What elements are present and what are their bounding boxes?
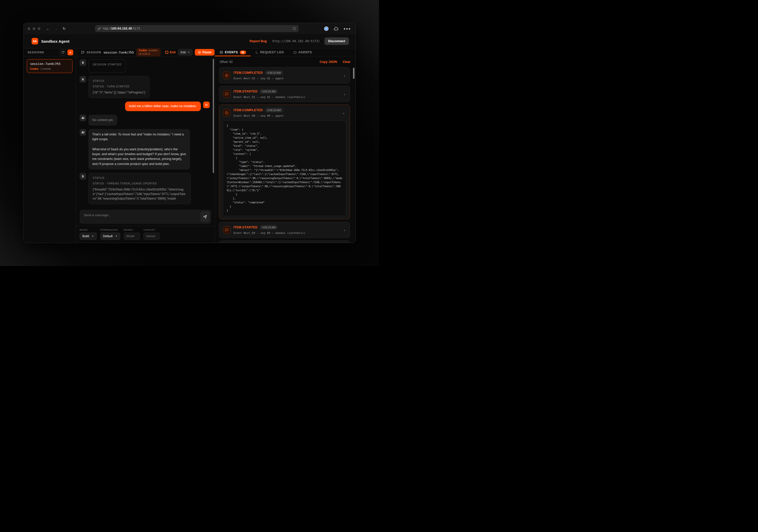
variant-label: VARIANT bbox=[144, 228, 160, 231]
user-avatar: U bbox=[203, 102, 210, 108]
password-manager-icon[interactable] bbox=[324, 26, 328, 31]
chat-scrollbar[interactable] bbox=[213, 59, 214, 173]
new-session-button[interactable]: + bbox=[67, 50, 73, 55]
ai-paragraph: That’s a tall order. To move fast and “m… bbox=[92, 132, 186, 142]
events-tab-bar: EVENTS 92 REQUEST LOG AGENTS bbox=[215, 49, 356, 56]
minimize-window-button[interactable] bbox=[33, 27, 35, 30]
message-user: build me a billion dollar saas. make no … bbox=[80, 102, 210, 111]
clear-events-button[interactable]: Clear bbox=[343, 60, 351, 64]
cloud-icon[interactable] bbox=[333, 27, 338, 31]
event-card[interactable]: ITEM.COMPLETED4:56:33 AM Event #evt_88 —… bbox=[219, 241, 350, 243]
mode-label: MODE bbox=[80, 228, 97, 231]
browser-window: ← → ↻ http://100.94.102.49:5173 ●●● bbox=[23, 23, 356, 243]
server-url: http://100.94.102.49:5173/ bbox=[272, 39, 320, 43]
status-payload: {"id":"0","items":[],"status":"inProgres… bbox=[93, 90, 145, 95]
event-card[interactable]: ITEM.STARTED4:56:33 AM Event #evt_91 — s… bbox=[219, 86, 350, 102]
main-layout: SESSIONS + session-7un4c7h5 Codex1 event… bbox=[23, 49, 356, 243]
checkbox-icon[interactable] bbox=[165, 51, 168, 54]
url-text: http://100.94.102.49:5173 bbox=[103, 27, 140, 30]
events-count-badge: 92 bbox=[240, 50, 246, 54]
permission-select[interactable]: Default▼ bbox=[100, 233, 120, 240]
chat-bubble-icon bbox=[223, 90, 230, 98]
app-header: SA Sandbox Agent Report Bug http://100.9… bbox=[23, 34, 356, 49]
check-circle-icon bbox=[223, 109, 230, 116]
sessions-sidebar: SESSIONS + session-7un4c7h5 Codex1 event… bbox=[23, 49, 76, 243]
end-session-checkbox[interactable]: End bbox=[165, 50, 176, 54]
tab-agents[interactable]: AGENTS bbox=[289, 49, 317, 56]
send-button[interactable] bbox=[200, 212, 209, 222]
back-button[interactable]: ← bbox=[46, 27, 50, 31]
session-label: SESSION bbox=[87, 51, 101, 54]
tab-request-log[interactable]: REQUEST LOG bbox=[251, 49, 289, 56]
app-title: Sandbox Agent bbox=[41, 39, 69, 44]
user-message-text: build me a billion dollar saas. make no … bbox=[125, 102, 201, 111]
disconnect-button[interactable]: Disconnect bbox=[325, 37, 349, 45]
variant-input[interactable] bbox=[144, 233, 160, 240]
permission-label: PERMISSION bbox=[100, 228, 120, 231]
copy-json-button[interactable]: Copy JSON bbox=[320, 60, 337, 64]
chat-bubble-icon bbox=[223, 226, 230, 234]
ai-avatar: AI bbox=[80, 129, 86, 136]
status-title: STATUS bbox=[93, 79, 145, 83]
system-avatar: S bbox=[80, 76, 86, 83]
pause-button[interactable]: Pause bbox=[195, 49, 215, 55]
message-list[interactable]: S SESSION STARTED S STATUS STATUS - TURN… bbox=[76, 56, 215, 207]
model-label: MODEL bbox=[124, 228, 140, 231]
event-card-expanded[interactable]: ITEM.COMPLETED4:56:33 AM Event #evt_90 —… bbox=[219, 105, 350, 219]
system-avatar: S bbox=[80, 59, 86, 66]
transport-select[interactable]: SSE▼ bbox=[178, 49, 192, 55]
address-bar[interactable]: http://100.94.102.49:5173 bbox=[95, 25, 299, 32]
ai-message-text: No content yet. bbox=[88, 115, 117, 125]
report-bug-link[interactable]: Report Bug bbox=[250, 39, 267, 43]
session-id: session-7un4c7h5 bbox=[103, 50, 134, 54]
chevron-right-icon[interactable]: › bbox=[343, 92, 346, 96]
message-status-token-usage: S STATUS STATUS - THREAD.TOKEN_USAGE.UPD… bbox=[80, 173, 210, 204]
event-card[interactable]: ITEM.COMPLETED4:56:33 AM Event #evt_92 —… bbox=[219, 67, 350, 83]
chevron-down-icon: ▼ bbox=[92, 235, 94, 238]
session-event-count: 1 events bbox=[40, 67, 51, 70]
tab-events[interactable]: EVENTS 92 bbox=[215, 49, 251, 56]
message-ai-reply: AI That’s a tall order. To move fast and… bbox=[80, 129, 210, 170]
close-window-button[interactable] bbox=[27, 27, 30, 30]
session-panel: SESSION session-7un4c7h5 Codexvcodex-cli… bbox=[76, 49, 215, 243]
check-circle-icon bbox=[223, 72, 230, 79]
send-icon bbox=[203, 215, 207, 219]
session-agent-label: Codex bbox=[30, 67, 39, 70]
event-meta: Event #evt_91 — seq 91 — daemon (synthet… bbox=[233, 95, 340, 99]
message-ai-empty: AI No content yet. bbox=[80, 115, 210, 125]
chevron-right-icon[interactable]: › bbox=[343, 73, 346, 78]
status-subtitle: STATUS - THREAD.TOKEN_USAGE.UPDATED bbox=[93, 182, 187, 185]
mode-select[interactable]: Build▼ bbox=[80, 233, 97, 240]
events-toolbar: Offset: 92 Copy JSON Clear bbox=[215, 56, 356, 67]
zoom-window-button[interactable] bbox=[38, 27, 40, 30]
events-list[interactable]: ITEM.COMPLETED4:56:33 AM Event #evt_92 —… bbox=[215, 67, 356, 243]
reload-button[interactable]: ↻ bbox=[63, 27, 66, 30]
event-meta: Event #evt_89 — seq 89 — daemon (synthet… bbox=[233, 231, 340, 235]
terminal-icon bbox=[255, 51, 258, 54]
event-type: ITEM.COMPLETED bbox=[233, 71, 263, 75]
events-scrollbar[interactable] bbox=[353, 68, 355, 79]
message-title: SESSION STARTED bbox=[93, 63, 121, 66]
chevron-down-icon[interactable]: ⌄ bbox=[341, 110, 346, 115]
pause-icon bbox=[198, 51, 201, 54]
window-controls[interactable] bbox=[27, 27, 40, 30]
refresh-sessions-button[interactable] bbox=[60, 50, 66, 55]
status-title: STATUS bbox=[93, 176, 187, 179]
model-input[interactable] bbox=[124, 233, 140, 240]
event-card[interactable]: ITEM.STARTED4:56:33 AM Event #evt_89 — s… bbox=[219, 222, 350, 238]
event-time: 4:56:33 AM bbox=[260, 225, 278, 230]
session-list-item[interactable]: session-7un4c7h5 Codex1 events bbox=[27, 59, 73, 73]
session-name: session-7un4c7h5 bbox=[30, 62, 69, 66]
message-session-started: S SESSION STARTED bbox=[80, 59, 210, 73]
ai-paragraph: What kind of SaaS do you want (industry/… bbox=[92, 147, 186, 167]
desktop-background: ← → ↻ http://100.94.102.49:5173 ●●● bbox=[0, 0, 379, 266]
forward-button[interactable]: → bbox=[54, 27, 58, 31]
chevron-right-icon[interactable]: › bbox=[343, 228, 346, 232]
more-menu-icon[interactable]: ●●● bbox=[343, 27, 351, 31]
play-circle-icon bbox=[220, 50, 223, 54]
message-input[interactable] bbox=[80, 210, 211, 224]
event-meta: Event #evt_92 — seq 92 — agent bbox=[233, 77, 340, 80]
reader-mode-icon[interactable] bbox=[293, 27, 296, 30]
link-icon bbox=[97, 27, 101, 30]
status-payload: {"threadId":"019c04ad-266b-72c3-83cc-c5e… bbox=[93, 187, 187, 201]
